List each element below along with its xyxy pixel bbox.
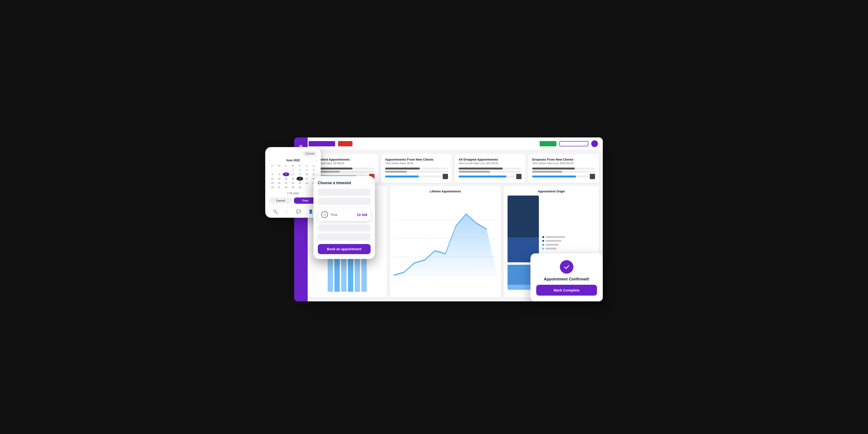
bar-end-indicator	[443, 174, 448, 179]
bar-track	[385, 167, 448, 169]
cal-cell[interactable]: 26	[269, 185, 276, 189]
cal-cell[interactable]: 2	[297, 168, 303, 172]
cal-cell[interactable]: 23	[297, 181, 303, 185]
cal-cell[interactable]: 20	[276, 181, 283, 185]
bar-row	[459, 174, 522, 179]
cal-cell[interactable]: 3	[304, 168, 310, 172]
cal-cell[interactable]: 13	[276, 177, 283, 181]
cal-cell[interactable]: 14	[283, 177, 289, 181]
bar-fill-mid	[532, 171, 562, 173]
mark-complete-button[interactable]: Mark Complete	[536, 285, 597, 296]
stat-card-dropped-sub: Total Consult Value Loss: $10,200.00	[459, 162, 522, 165]
bar-track	[311, 171, 374, 173]
cal-cell[interactable]: 9	[297, 173, 303, 176]
cal-cell[interactable]: 4	[310, 168, 317, 172]
stat-card-dropped-bars	[459, 167, 522, 179]
bar-track	[532, 171, 595, 173]
legend-dot-1	[542, 236, 544, 238]
cal-cell[interactable]	[283, 168, 289, 172]
cal-cell[interactable]: 27	[276, 185, 283, 189]
calendar-cancel-button[interactable]: Cancel	[269, 197, 292, 204]
scene: All Booked Appointments Total Consult Va…	[265, 133, 603, 301]
cal-cell-selected[interactable]: 16	[297, 177, 303, 181]
stat-card-new-sub: Total Lifetime Value: $0.00	[385, 162, 448, 165]
cal-header-tu: Tu	[283, 164, 289, 167]
cal-cell[interactable]: 12	[269, 177, 276, 181]
stack-segment-1	[507, 195, 539, 237]
nav-profile-icon[interactable]: 👤	[308, 209, 313, 214]
prev-month-chevron[interactable]: ‹	[269, 159, 270, 162]
bar-track	[532, 167, 595, 169]
cal-cell[interactable]: 21	[283, 181, 289, 185]
next-month-chevron[interactable]: ›	[316, 159, 317, 162]
nav-chat-icon[interactable]: 💬	[296, 209, 301, 214]
title-pill-red	[338, 141, 352, 146]
bar-end-indicator	[590, 174, 595, 179]
bar-row	[459, 171, 522, 173]
legend-item-4	[542, 248, 565, 250]
cal-cell[interactable]: 5	[269, 173, 276, 176]
cal-cell[interactable]: 28	[283, 185, 289, 189]
stat-card-dropouts-bars	[532, 167, 595, 179]
stat-card-dropouts-sub: Total Lifetime Value Loss: $189,000.00	[532, 162, 595, 165]
cal-cell[interactable]	[269, 168, 276, 172]
cal-cell[interactable]: 11	[310, 173, 317, 176]
bar-track	[385, 171, 448, 173]
cal-header-fr: Fr	[304, 164, 310, 167]
cal-header-th: Th	[297, 164, 303, 167]
slot-option-4[interactable]	[318, 234, 371, 241]
cal-cell[interactable]: 6	[276, 173, 283, 176]
nav-search-icon[interactable]: 🔍	[273, 209, 278, 214]
cal-cell[interactable]: 8	[290, 173, 296, 176]
bar-fill-dark	[459, 167, 503, 169]
cal-cell[interactable]: 29	[290, 185, 296, 189]
slot-option-1[interactable]	[318, 189, 371, 196]
cal-cell[interactable]: 10	[304, 173, 310, 176]
stat-card-dropped: All Dropped Appointments Total Consult V…	[455, 154, 525, 183]
chart-lifetime-area	[394, 195, 497, 294]
cal-cell[interactable]: 19	[269, 181, 276, 185]
cal-header-sa: Sa	[310, 164, 317, 167]
cal-cell-today[interactable]: 7	[283, 173, 289, 176]
title-pill-purple	[309, 141, 335, 146]
bar-track	[459, 167, 522, 169]
bar-fill-blue	[459, 176, 506, 178]
bar-track	[385, 176, 441, 178]
cal-cell[interactable]: 15	[290, 177, 296, 181]
chart-origin-title: Appointment Origin	[507, 190, 595, 193]
stat-card-new: Appointments From New Clients Total Life…	[381, 154, 452, 183]
bar-track	[311, 167, 374, 169]
legend-dot-4	[542, 248, 544, 250]
chart-lifetime: Lifetime Appointments	[390, 186, 501, 298]
nav-heart-icon[interactable]: ♡	[285, 209, 289, 214]
bar-row	[532, 167, 595, 169]
bar-row	[385, 167, 448, 169]
slot-option-3[interactable]	[318, 224, 371, 231]
cal-cell-muted[interactable]: 1	[304, 185, 310, 189]
slot-option-2[interactable]	[318, 198, 371, 205]
stat-card-booked-title: All Booked Appointments	[311, 158, 374, 161]
legend-dot-3	[542, 244, 544, 246]
legend-dot-2	[542, 240, 544, 242]
bar-track	[459, 176, 515, 178]
legend-bar-3	[546, 244, 559, 246]
cal-cell[interactable]: 1	[290, 168, 296, 172]
time-value: 10 AM	[356, 213, 367, 217]
cal-cell[interactable]: 30	[297, 185, 303, 189]
cal-cell[interactable]: 22	[290, 181, 296, 185]
cal-header-mo: Mo	[276, 164, 283, 167]
confirm-check-icon	[560, 260, 574, 274]
checkmark-svg	[563, 264, 570, 270]
book-appointment-button[interactable]: Book an appointment	[318, 244, 371, 254]
chart-lifetime-title: Lifetime Appointments	[394, 190, 497, 193]
legend-bar-1	[546, 236, 565, 238]
phone-cal-cancel-button[interactable]: Cancel	[303, 151, 317, 156]
cal-cell[interactable]	[276, 168, 283, 172]
cal-cell[interactable]: 24	[304, 181, 310, 185]
legend-item-3	[542, 244, 565, 246]
bar-row	[385, 174, 448, 179]
date-range-label: 7-16 June	[269, 192, 317, 194]
confirm-title: Appointment Confirmed!	[544, 277, 589, 281]
cal-cell[interactable]: 17	[304, 177, 310, 181]
bar-end-indicator	[516, 174, 522, 179]
